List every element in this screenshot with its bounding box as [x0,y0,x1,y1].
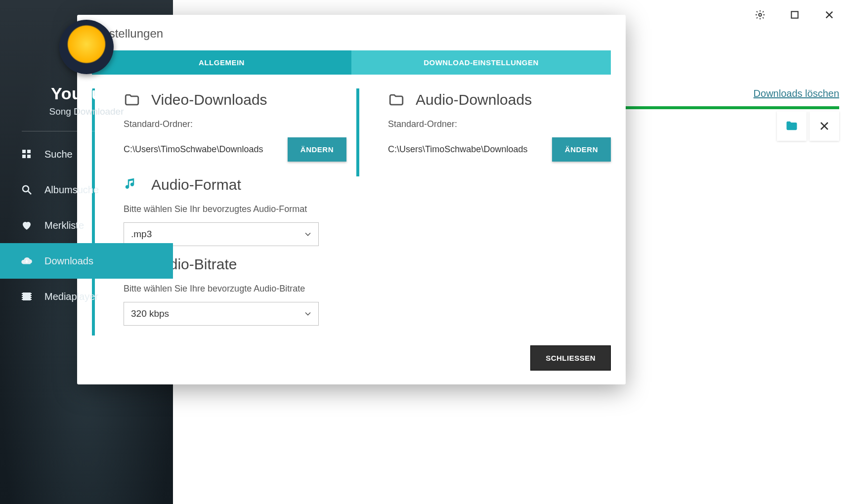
section-title: Video-Downloads [151,91,267,108]
settings-tabs: ALLGEMEIN DOWNLOAD-EINSTELLUNGEN [77,50,626,75]
app-title: YouTube [51,84,122,103]
sidebar-item-label: Suche [44,149,73,160]
cloud-download-icon [20,254,34,268]
audio-folder-label: Standard-Ordner: [388,119,611,129]
sidebar-item-search[interactable]: Suche [0,136,173,172]
remove-download-button[interactable] [810,111,839,141]
dialog-footer: SCHLIESSEN [77,336,626,375]
close-window-icon[interactable] [819,5,839,25]
sidebar-item-albumsearch[interactable]: Albumsuche [0,172,173,208]
video-folder-label: Standard-Ordner: [124,119,346,129]
svg-rect-16 [791,11,798,18]
sidebar-item-downloads[interactable]: Downloads [0,243,173,279]
sidebar-item-mediaplayer[interactable]: Mediaplayer [0,279,173,314]
svg-rect-1 [27,150,31,153]
open-folder-button[interactable] [777,111,807,141]
section-title: Audio-Downloads [416,91,532,108]
audio-downloads-heading: Audio-Downloads [388,91,611,108]
sidebar-item-label: Merkliste [44,220,84,231]
svg-rect-6 [23,293,31,300]
grid-icon [20,147,34,161]
svg-rect-13 [31,297,32,298]
search-icon [20,183,34,197]
tab-general[interactable]: ALLGEMEIN [92,50,351,75]
delete-downloads-link[interactable]: Downloads löschen [754,88,839,99]
svg-rect-0 [22,150,26,153]
svg-rect-2 [22,155,26,158]
svg-rect-7 [22,293,23,294]
divider [22,131,152,131]
svg-rect-11 [31,293,32,294]
video-downloads-heading: Video-Downloads [124,91,346,108]
sidebar-nav: Suche Albumsuche Merkliste Downloads [0,136,173,314]
app-logo [59,20,114,74]
folder-icon [388,91,405,108]
panel-right: Audio-Downloads Standard-Ordner: C:\User… [356,88,611,176]
audio-folder-path: C:\Users\TimoSchwabe\Downloads [388,144,542,155]
window-controls [750,0,854,30]
tab-download-settings[interactable]: DOWNLOAD-EINSTELLUNGEN [351,50,611,75]
settings-gear-icon[interactable] [750,5,770,25]
dialog-title: Einstellungen [77,15,626,50]
svg-point-15 [759,13,762,16]
svg-point-4 [23,186,29,192]
film-icon [20,290,34,303]
svg-rect-3 [27,155,31,158]
svg-rect-8 [22,295,23,296]
sidebar-item-label: Downloads [44,255,93,267]
svg-line-5 [28,191,31,194]
sidebar-item-label: Albumsuche [44,184,99,196]
svg-rect-12 [31,295,32,296]
svg-rect-14 [31,299,32,300]
heart-icon [20,218,34,232]
change-audio-folder-button[interactable]: ÄNDERN [552,137,611,162]
sidebar-item-watchlist[interactable]: Merkliste [0,208,173,243]
folder-icon [124,91,140,108]
app-subtitle: Song Downloader [49,106,124,117]
svg-rect-9 [22,297,23,298]
svg-rect-10 [22,299,23,300]
sidebar-item-label: Mediaplayer [44,291,98,302]
close-dialog-button[interactable]: SCHLIESSEN [530,345,611,371]
maximize-icon[interactable] [785,5,805,25]
change-video-folder-button[interactable]: ÄNDERN [288,137,346,162]
download-row-actions [777,111,839,141]
